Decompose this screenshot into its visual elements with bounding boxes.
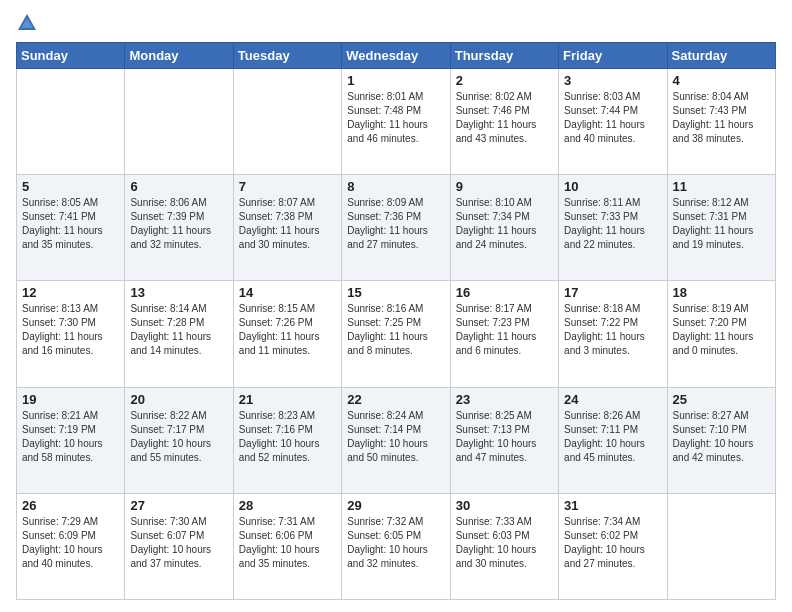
day-info: Sunrise: 8:15 AM Sunset: 7:26 PM Dayligh…: [239, 302, 336, 358]
calendar-cell: 11Sunrise: 8:12 AM Sunset: 7:31 PM Dayli…: [667, 175, 775, 281]
day-info: Sunrise: 7:33 AM Sunset: 6:03 PM Dayligh…: [456, 515, 553, 571]
day-number: 10: [564, 179, 661, 194]
day-number: 14: [239, 285, 336, 300]
calendar-cell: [667, 493, 775, 599]
calendar-week-5: 26Sunrise: 7:29 AM Sunset: 6:09 PM Dayli…: [17, 493, 776, 599]
day-info: Sunrise: 8:13 AM Sunset: 7:30 PM Dayligh…: [22, 302, 119, 358]
calendar-cell: 8Sunrise: 8:09 AM Sunset: 7:36 PM Daylig…: [342, 175, 450, 281]
calendar-cell: [233, 69, 341, 175]
calendar-cell: 18Sunrise: 8:19 AM Sunset: 7:20 PM Dayli…: [667, 281, 775, 387]
generalblue-icon: [16, 12, 38, 34]
day-info: Sunrise: 8:10 AM Sunset: 7:34 PM Dayligh…: [456, 196, 553, 252]
day-number: 22: [347, 392, 444, 407]
day-info: Sunrise: 8:16 AM Sunset: 7:25 PM Dayligh…: [347, 302, 444, 358]
calendar-cell: 2Sunrise: 8:02 AM Sunset: 7:46 PM Daylig…: [450, 69, 558, 175]
day-number: 27: [130, 498, 227, 513]
day-number: 7: [239, 179, 336, 194]
day-number: 20: [130, 392, 227, 407]
page: SundayMondayTuesdayWednesdayThursdayFrid…: [0, 0, 792, 612]
day-number: 9: [456, 179, 553, 194]
day-number: 15: [347, 285, 444, 300]
day-info: Sunrise: 8:05 AM Sunset: 7:41 PM Dayligh…: [22, 196, 119, 252]
day-info: Sunrise: 7:29 AM Sunset: 6:09 PM Dayligh…: [22, 515, 119, 571]
day-info: Sunrise: 8:01 AM Sunset: 7:48 PM Dayligh…: [347, 90, 444, 146]
day-info: Sunrise: 7:30 AM Sunset: 6:07 PM Dayligh…: [130, 515, 227, 571]
day-info: Sunrise: 8:25 AM Sunset: 7:13 PM Dayligh…: [456, 409, 553, 465]
day-number: 3: [564, 73, 661, 88]
calendar-cell: 4Sunrise: 8:04 AM Sunset: 7:43 PM Daylig…: [667, 69, 775, 175]
calendar-cell: 9Sunrise: 8:10 AM Sunset: 7:34 PM Daylig…: [450, 175, 558, 281]
day-number: 29: [347, 498, 444, 513]
day-number: 17: [564, 285, 661, 300]
day-info: Sunrise: 8:18 AM Sunset: 7:22 PM Dayligh…: [564, 302, 661, 358]
day-number: 1: [347, 73, 444, 88]
calendar-cell: [125, 69, 233, 175]
day-number: 2: [456, 73, 553, 88]
day-number: 11: [673, 179, 770, 194]
calendar-cell: 14Sunrise: 8:15 AM Sunset: 7:26 PM Dayli…: [233, 281, 341, 387]
weekday-header-tuesday: Tuesday: [233, 43, 341, 69]
calendar-cell: 12Sunrise: 8:13 AM Sunset: 7:30 PM Dayli…: [17, 281, 125, 387]
logo: [16, 12, 42, 34]
weekday-header-wednesday: Wednesday: [342, 43, 450, 69]
day-number: 21: [239, 392, 336, 407]
calendar-cell: 10Sunrise: 8:11 AM Sunset: 7:33 PM Dayli…: [559, 175, 667, 281]
calendar-cell: 3Sunrise: 8:03 AM Sunset: 7:44 PM Daylig…: [559, 69, 667, 175]
day-info: Sunrise: 8:02 AM Sunset: 7:46 PM Dayligh…: [456, 90, 553, 146]
day-number: 8: [347, 179, 444, 194]
calendar-cell: 17Sunrise: 8:18 AM Sunset: 7:22 PM Dayli…: [559, 281, 667, 387]
day-number: 25: [673, 392, 770, 407]
day-info: Sunrise: 8:23 AM Sunset: 7:16 PM Dayligh…: [239, 409, 336, 465]
calendar-cell: 30Sunrise: 7:33 AM Sunset: 6:03 PM Dayli…: [450, 493, 558, 599]
day-number: 24: [564, 392, 661, 407]
day-number: 5: [22, 179, 119, 194]
day-number: 6: [130, 179, 227, 194]
day-info: Sunrise: 7:31 AM Sunset: 6:06 PM Dayligh…: [239, 515, 336, 571]
weekday-header-saturday: Saturday: [667, 43, 775, 69]
calendar-cell: 16Sunrise: 8:17 AM Sunset: 7:23 PM Dayli…: [450, 281, 558, 387]
day-info: Sunrise: 8:04 AM Sunset: 7:43 PM Dayligh…: [673, 90, 770, 146]
day-info: Sunrise: 8:21 AM Sunset: 7:19 PM Dayligh…: [22, 409, 119, 465]
day-info: Sunrise: 7:32 AM Sunset: 6:05 PM Dayligh…: [347, 515, 444, 571]
day-info: Sunrise: 8:03 AM Sunset: 7:44 PM Dayligh…: [564, 90, 661, 146]
day-number: 12: [22, 285, 119, 300]
calendar-cell: 22Sunrise: 8:24 AM Sunset: 7:14 PM Dayli…: [342, 387, 450, 493]
day-number: 28: [239, 498, 336, 513]
day-info: Sunrise: 8:11 AM Sunset: 7:33 PM Dayligh…: [564, 196, 661, 252]
calendar-cell: 21Sunrise: 8:23 AM Sunset: 7:16 PM Dayli…: [233, 387, 341, 493]
day-info: Sunrise: 8:09 AM Sunset: 7:36 PM Dayligh…: [347, 196, 444, 252]
day-info: Sunrise: 8:07 AM Sunset: 7:38 PM Dayligh…: [239, 196, 336, 252]
day-number: 4: [673, 73, 770, 88]
day-number: 16: [456, 285, 553, 300]
calendar-header-row: SundayMondayTuesdayWednesdayThursdayFrid…: [17, 43, 776, 69]
weekday-header-thursday: Thursday: [450, 43, 558, 69]
day-number: 30: [456, 498, 553, 513]
calendar-cell: 28Sunrise: 7:31 AM Sunset: 6:06 PM Dayli…: [233, 493, 341, 599]
calendar-cell: [17, 69, 125, 175]
day-info: Sunrise: 8:26 AM Sunset: 7:11 PM Dayligh…: [564, 409, 661, 465]
weekday-header-monday: Monday: [125, 43, 233, 69]
calendar-cell: 7Sunrise: 8:07 AM Sunset: 7:38 PM Daylig…: [233, 175, 341, 281]
calendar-week-1: 1Sunrise: 8:01 AM Sunset: 7:48 PM Daylig…: [17, 69, 776, 175]
calendar-week-3: 12Sunrise: 8:13 AM Sunset: 7:30 PM Dayli…: [17, 281, 776, 387]
calendar-cell: 27Sunrise: 7:30 AM Sunset: 6:07 PM Dayli…: [125, 493, 233, 599]
calendar-cell: 15Sunrise: 8:16 AM Sunset: 7:25 PM Dayli…: [342, 281, 450, 387]
day-info: Sunrise: 8:14 AM Sunset: 7:28 PM Dayligh…: [130, 302, 227, 358]
calendar-week-2: 5Sunrise: 8:05 AM Sunset: 7:41 PM Daylig…: [17, 175, 776, 281]
weekday-header-sunday: Sunday: [17, 43, 125, 69]
day-number: 23: [456, 392, 553, 407]
day-info: Sunrise: 8:27 AM Sunset: 7:10 PM Dayligh…: [673, 409, 770, 465]
day-number: 19: [22, 392, 119, 407]
day-info: Sunrise: 8:17 AM Sunset: 7:23 PM Dayligh…: [456, 302, 553, 358]
day-info: Sunrise: 8:12 AM Sunset: 7:31 PM Dayligh…: [673, 196, 770, 252]
calendar-week-4: 19Sunrise: 8:21 AM Sunset: 7:19 PM Dayli…: [17, 387, 776, 493]
calendar-cell: 29Sunrise: 7:32 AM Sunset: 6:05 PM Dayli…: [342, 493, 450, 599]
calendar-cell: 23Sunrise: 8:25 AM Sunset: 7:13 PM Dayli…: [450, 387, 558, 493]
calendar-cell: 5Sunrise: 8:05 AM Sunset: 7:41 PM Daylig…: [17, 175, 125, 281]
day-info: Sunrise: 8:22 AM Sunset: 7:17 PM Dayligh…: [130, 409, 227, 465]
calendar-cell: 19Sunrise: 8:21 AM Sunset: 7:19 PM Dayli…: [17, 387, 125, 493]
weekday-header-friday: Friday: [559, 43, 667, 69]
day-info: Sunrise: 8:24 AM Sunset: 7:14 PM Dayligh…: [347, 409, 444, 465]
calendar-cell: 31Sunrise: 7:34 AM Sunset: 6:02 PM Dayli…: [559, 493, 667, 599]
calendar-cell: 24Sunrise: 8:26 AM Sunset: 7:11 PM Dayli…: [559, 387, 667, 493]
